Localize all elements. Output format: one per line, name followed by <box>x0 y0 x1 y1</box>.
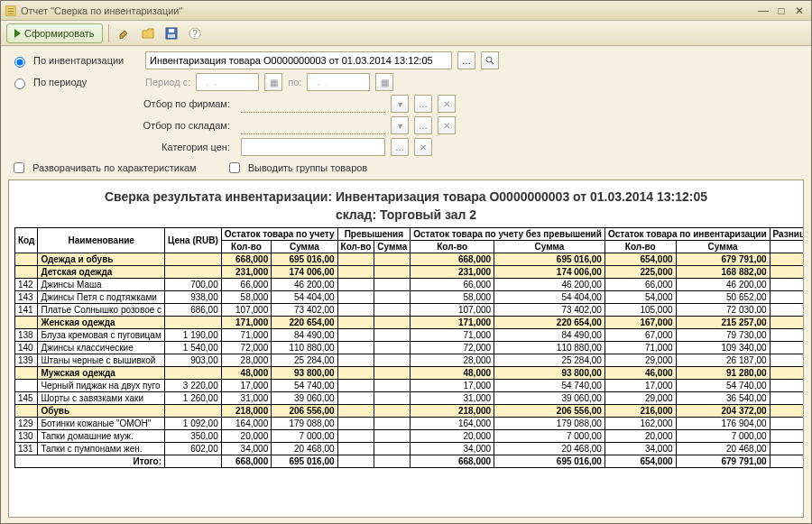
table-row[interactable]: 138Блуза кремовая с пуговицам1 190,0071,… <box>15 329 805 342</box>
result-document: Сверка результата инвентаризации: Инвент… <box>9 180 803 473</box>
run-button[interactable]: Сформировать <box>6 23 103 43</box>
header-row-1: Код Наименование Цена (RUB) Остаток това… <box>15 228 805 241</box>
help-icon: ? <box>188 26 202 41</box>
table-row[interactable]: Женская одежда171,000220 654,00171,00022… <box>15 317 805 329</box>
run-button-label: Сформировать <box>24 28 95 39</box>
filter-firm-clear-button[interactable]: ✕ <box>438 95 456 113</box>
svg-line-10 <box>491 61 494 64</box>
col-sum: Сумма <box>374 241 411 253</box>
table-row[interactable]: Черный пиджак на двух пуго3 220,0017,000… <box>15 380 805 392</box>
col-code: Код <box>15 228 38 253</box>
filter-warehouse-select-button[interactable]: … <box>414 116 432 134</box>
col-excess: Превышения <box>337 228 411 241</box>
play-icon <box>14 29 21 38</box>
table-row[interactable]: Мужская одежда48,00093 800,0048,00093 80… <box>15 367 805 380</box>
price-category-select-button[interactable]: … <box>391 138 409 156</box>
table-row[interactable]: Обувь218,000206 556,00218,000206 556,002… <box>15 405 805 418</box>
period-from-label: Период с: <box>145 77 190 87</box>
col-inv-stock: Остаток товара по инвентаризации <box>604 228 770 241</box>
maximize-button[interactable]: □ <box>773 4 789 18</box>
app-icon <box>5 5 17 17</box>
col-sum: Сумма <box>676 241 770 253</box>
table-row[interactable]: 145Шорты с завязками хаки1 260,0031,0003… <box>15 392 805 405</box>
table-row[interactable]: 139Штаны черные с вышивкой903,0028,00025… <box>15 354 805 367</box>
period-from-input[interactable] <box>196 73 259 91</box>
filter-warehouse-input[interactable] <box>241 116 385 134</box>
filter-firm-select-button[interactable]: … <box>414 95 432 113</box>
svg-rect-1 <box>8 8 14 9</box>
folder-icon <box>141 26 155 41</box>
col-acc-stock: Остаток товара по учету <box>221 228 337 241</box>
filter-firm-input[interactable] <box>241 95 385 113</box>
svg-rect-2 <box>8 11 14 12</box>
table-row[interactable]: 131Тапки с пумпонами жен.602,0034,00020 … <box>15 443 805 455</box>
col-qty: Кол-во <box>411 241 494 253</box>
filter-warehouse-dropdown-button[interactable]: ▾ <box>391 116 409 134</box>
show-groups-checkbox[interactable] <box>229 162 240 173</box>
by-inventory-label: По инвентаризации <box>33 55 140 66</box>
total-row: Итого: 668,000695 016,00 668,000695 016,… <box>15 455 805 468</box>
period-to-cal-button[interactable]: ▦ <box>375 73 393 91</box>
svg-rect-5 <box>169 29 174 32</box>
settings-button[interactable] <box>115 23 134 43</box>
by-period-label: По периоду <box>33 77 140 87</box>
col-qty: Кол-во <box>604 241 676 253</box>
col-sum: Сумма <box>494 241 605 253</box>
magnifier-icon <box>484 55 495 66</box>
col-sum: Сумма <box>272 241 337 253</box>
help-button[interactable]: ? <box>185 23 205 43</box>
col-qty: Кол-во <box>221 241 271 253</box>
report-title: Сверка результата инвентаризации: Инвент… <box>14 189 798 204</box>
svg-rect-6 <box>168 34 175 38</box>
show-groups-label: Выводить группы товаров <box>248 162 368 173</box>
table-row[interactable]: 143Джинсы Петя с подтяжками938,0058,0005… <box>15 291 805 304</box>
save-button[interactable] <box>161 23 181 43</box>
table-row[interactable]: Одежда и обувь668,000695 016,00668,00069… <box>15 253 805 266</box>
inventory-open-button[interactable] <box>481 51 499 69</box>
by-inventory-radio[interactable] <box>14 57 25 68</box>
expand-characteristics-label: Разворачивать по характеристикам <box>32 162 197 173</box>
by-period-radio[interactable] <box>14 78 25 89</box>
filter-firm-dropdown-button[interactable]: ▾ <box>391 95 409 113</box>
table-row[interactable]: 140Джинсы классические1 540,0072,000110 … <box>15 342 805 354</box>
price-category-label: Категория цен: <box>136 142 235 152</box>
minimize-button[interactable]: — <box>755 4 771 18</box>
col-qty: Кол-во <box>770 241 804 253</box>
price-category-input[interactable] <box>241 138 385 156</box>
period-to-label: по: <box>288 77 301 87</box>
inventory-select-button[interactable]: … <box>457 51 475 69</box>
period-from-cal-button[interactable]: ▦ <box>264 73 282 91</box>
toolbar-separator <box>108 24 109 42</box>
report-subtitle: склад: Торговый зал 2 <box>14 207 798 222</box>
col-price: Цена (RUB) <box>165 228 222 253</box>
col-name: Наименование <box>38 228 165 253</box>
svg-text:?: ? <box>192 29 198 39</box>
toolbar: Сформировать ? <box>1 21 811 46</box>
filter-firm-label: Отбор по фирмам: <box>136 98 235 109</box>
titlebar: Отчет "Сверка по инвентаризации" — □ ✕ <box>1 1 811 21</box>
close-button[interactable]: ✕ <box>791 4 807 18</box>
col-acc-noexc: Остаток товара по учету без превышений <box>411 228 605 241</box>
table-row[interactable]: Детская одежда231,000174 006,00231,00017… <box>15 266 805 279</box>
period-to-input[interactable] <box>307 73 370 91</box>
table-row[interactable]: 142Джинсы Маша700,0066,00046 200,0066,00… <box>15 279 805 291</box>
table-row[interactable]: 130Тапки домашние муж.350,0020,0007 000,… <box>15 430 805 443</box>
report-table: Код Наименование Цена (RUB) Остаток това… <box>14 227 804 468</box>
result-area[interactable]: Сверка результата инвентаризации: Инвент… <box>8 179 804 518</box>
price-category-clear-button[interactable]: ✕ <box>414 138 432 156</box>
expand-characteristics-checkbox[interactable] <box>14 162 24 173</box>
filter-warehouse-clear-button[interactable]: ✕ <box>438 116 456 134</box>
report-window: Отчет "Сверка по инвентаризации" — □ ✕ С… <box>0 0 812 524</box>
params-panel: По инвентаризации … По периоду Период с:… <box>1 46 811 185</box>
table-row[interactable]: 141Платье Солнышко розовое с686,00107,00… <box>15 304 805 317</box>
wrench-icon <box>117 26 132 41</box>
col-diff1: Разница (Остаток инвентаризации - остато… <box>770 228 804 241</box>
svg-rect-3 <box>8 13 14 14</box>
total-label: Итого: <box>15 455 165 468</box>
table-row[interactable]: 129Ботинки кожаные "ОМОН"1 092,00164,000… <box>15 418 805 430</box>
col-qty: Кол-во <box>337 241 374 253</box>
floppy-icon <box>164 26 179 41</box>
filter-warehouse-label: Отбор по складам: <box>136 120 235 131</box>
open-button[interactable] <box>138 23 158 43</box>
inventory-input[interactable] <box>145 51 452 69</box>
